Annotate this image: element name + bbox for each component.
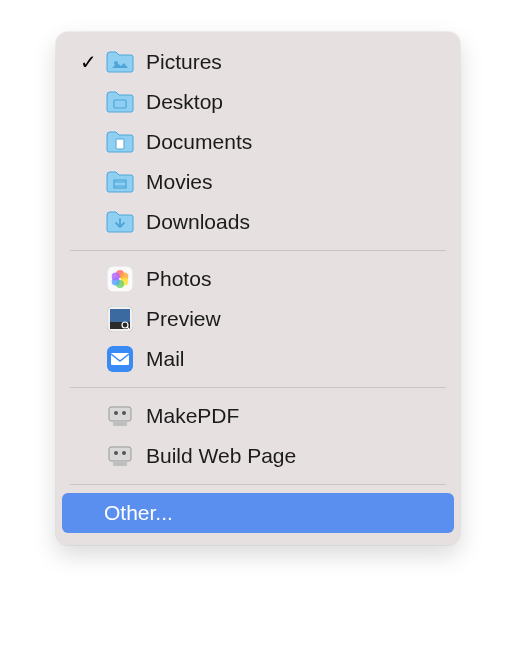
app-automator-icon [104,402,136,430]
menu-item-label: Pictures [146,50,440,74]
menu-item-desktop[interactable]: Desktop [62,82,454,122]
menu-item-movies[interactable]: Movies [62,162,454,202]
menu-item-downloads[interactable]: Downloads [62,202,454,242]
menu-item-documents[interactable]: Documents [62,122,454,162]
svg-point-26 [122,451,126,455]
svg-rect-14 [110,309,130,322]
menu-item-makepdf[interactable]: MakePDF [62,396,454,436]
folder-pictures-icon [104,48,136,76]
svg-rect-23 [113,421,127,426]
svg-point-22 [122,411,126,415]
menu-separator [70,250,446,251]
svg-point-21 [114,411,118,415]
svg-rect-24 [109,447,131,461]
menu-item-label: Desktop [146,90,440,114]
svg-rect-6 [107,266,133,292]
svg-point-12 [112,273,120,281]
menu-item-label: Mail [146,347,440,371]
app-photos-icon [104,265,136,293]
app-automator-icon [104,442,136,470]
app-mail-icon [104,345,136,373]
svg-point-25 [114,451,118,455]
menu-item-label: Downloads [146,210,440,234]
menu-separator [70,387,446,388]
folder-documents-icon [104,128,136,156]
menu-item-label: Other... [104,501,440,525]
app-preview-icon [104,305,136,333]
svg-rect-20 [109,407,131,421]
menu-item-other[interactable]: Other... [62,493,454,533]
menu-item-label: Documents [146,130,440,154]
menu-item-label: Preview [146,307,440,331]
folder-downloads-icon [104,208,136,236]
folder-movies-icon [104,168,136,196]
menu-item-pictures[interactable]: ✓ Pictures [62,42,454,82]
svg-rect-2 [116,139,124,149]
menu-item-label: Build Web Page [146,444,440,468]
menu-item-preview[interactable]: Preview [62,299,454,339]
menu-item-label: MakePDF [146,404,440,428]
menu-item-label: Photos [146,267,440,291]
folder-desktop-icon [104,88,136,116]
menu-item-buildwebpage[interactable]: Build Web Page [62,436,454,476]
menu-separator [70,484,446,485]
svg-rect-27 [113,461,127,466]
menu-item-photos[interactable]: Photos [62,259,454,299]
menu-item-mail[interactable]: Mail [62,339,454,379]
menu-item-label: Movies [146,170,440,194]
svg-rect-19 [111,353,129,365]
checkmark-icon: ✓ [80,50,104,74]
dropdown-menu: ✓ Pictures Desktop Documents Movies Down… [56,32,460,545]
